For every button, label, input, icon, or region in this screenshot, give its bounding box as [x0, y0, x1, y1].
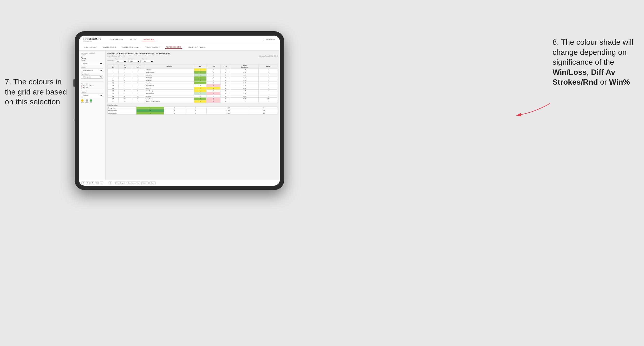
cell-win: 2: [194, 87, 206, 90]
cell-div: 15: [108, 90, 119, 92]
cell-rounds: 3: [258, 71, 278, 74]
cell-loss: 0: [206, 71, 220, 74]
toolbar-back[interactable]: ↩: [100, 181, 103, 184]
cell-opponent: Emily Chang: [145, 98, 194, 100]
conference-select[interactable]: (All): [128, 60, 140, 63]
watch-button[interactable]: Watch ▾: [141, 181, 148, 184]
toolbar-undo[interactable]: ↺: [81, 181, 85, 184]
toolbar-grid[interactable]: ⊞: [95, 181, 99, 184]
ood-name: Foreign Team: [108, 107, 136, 109]
cell-reg: 1: [119, 69, 131, 71]
timestamp-time: 16:55:38: [81, 54, 86, 55]
colour-by-select[interactable]: Win/loss: [81, 94, 103, 97]
region-select[interactable]: (All): [115, 60, 127, 63]
subnav-player-summary[interactable]: PLAYER SUMMARY: [144, 46, 161, 49]
cell-rounds: 11: [258, 98, 278, 100]
cell-conf: 2: [131, 95, 145, 98]
opponent-filter-group: Opponent (All): [142, 58, 154, 63]
toolbar-refresh[interactable]: ⊙: [108, 181, 112, 184]
grid-subtitle: Overall Record: 353 - 34 - 6 Division Re…: [107, 55, 278, 57]
cell-win: 1: [194, 90, 206, 92]
division-select[interactable]: NCAA Division III: [81, 69, 103, 72]
overall-record-value: 353 - 34 - 6: [118, 55, 125, 57]
subnav-team-h2h-grid[interactable]: TEAM H2H GRID: [102, 46, 118, 49]
logo-sub: Powered by clippi: [83, 40, 101, 42]
cell-opponent: Andrea York: [145, 79, 194, 82]
gender-label: Gender: [81, 60, 103, 61]
cell-tie: 0: [220, 82, 231, 84]
cell-div: 20: [108, 100, 119, 103]
table-row: 6 3 3 Sydney Kuo 1 0 0 -1.00 3: [108, 74, 278, 76]
cell-win: 1: [194, 82, 206, 84]
cell-opponent: Eunice Yi: [145, 87, 194, 90]
cell-win: 0: [194, 95, 206, 98]
col-reg: #Reg: [119, 64, 131, 69]
nav-tournaments[interactable]: TOURNAMENTS: [108, 38, 124, 41]
main-content: Last Updated: 27/03/2024 16:55:38 Player…: [79, 50, 280, 180]
cell-reg: 1: [119, 92, 131, 95]
col-win: Win: [194, 64, 206, 69]
opponents-filter-label: Opponents:: [107, 60, 114, 61]
logo-text: SCOREBOARD: [83, 38, 101, 40]
radio-top100-label: Top 100: [83, 87, 88, 88]
player-rank-label: Player (Rank): [81, 73, 103, 75]
cell-conf: 4: [131, 76, 145, 79]
annotation-left: 7. The colours in the grid are based on …: [5, 77, 72, 107]
cell-win: 4: [194, 98, 206, 100]
cell-loss: 0: [206, 90, 220, 92]
cell-reg: 1: [119, 76, 131, 79]
cell-diff: 3.67: [231, 76, 258, 79]
cell-opponent: Sydney Kuo: [145, 74, 194, 76]
toolbar-reset[interactable]: ↺: [90, 181, 94, 184]
cell-tie: 0: [220, 95, 231, 98]
cell-tie: 0: [220, 71, 231, 74]
cell-conf: 1: [131, 69, 145, 71]
annotation-right-sep1: ,: [587, 68, 591, 76]
col-conf: #Conf: [131, 64, 145, 69]
out-of-division-header: Out of division: [107, 104, 278, 106]
cell-diff: 1.25: [231, 90, 258, 92]
cell-loss: 0: [206, 95, 220, 98]
nav-committee[interactable]: COMMITTEE: [142, 38, 155, 41]
cell-div: 18: [108, 95, 119, 98]
sidebar: Last Updated: 27/03/2024 16:55:38 Player…: [79, 50, 106, 180]
radio-opponents-played-circle: [81, 85, 82, 87]
cell-diff: -5.00: [231, 95, 258, 98]
cell-diff: -0.94: [231, 92, 258, 95]
share-button[interactable]: Share: [150, 181, 156, 184]
subnav-player-h2h-heatmap[interactable]: PLAYER H2H HEATMAP: [186, 46, 207, 49]
cell-win: 1: [194, 69, 206, 71]
ood-win: 15: [136, 109, 164, 112]
ood-diff: 4.500: [206, 107, 250, 109]
cell-conf: 4: [131, 87, 145, 90]
save-custom-view-button[interactable]: Save Custom View: [127, 181, 140, 184]
cell-reg: 10: [119, 98, 131, 100]
subnav-player-h2h-grid[interactable]: PLAYER H2H GRID: [165, 46, 182, 49]
filters-row: Opponents: Region (All) Conference (All): [107, 58, 278, 63]
radio-top100[interactable]: Top 100: [81, 87, 103, 88]
player-rank-select[interactable]: 8. Katelyn Vo: [81, 75, 103, 79]
cell-loss: 0: [206, 82, 220, 84]
table-row: 15 8 5 Stella Cheng 1 0 0 1.25 4: [108, 90, 278, 92]
cell-div: 10: [108, 79, 119, 82]
annotation-right-bold3: Win%: [609, 78, 630, 86]
cell-rounds: 3: [258, 74, 278, 76]
cell-rounds: 4: [258, 79, 278, 82]
view-original-button[interactable]: View: Original: [115, 181, 126, 184]
cell-rounds: 4: [258, 90, 278, 92]
ood-win: 5: [136, 112, 164, 115]
sign-out-button[interactable]: Sign out: [265, 38, 276, 41]
toolbar-redo[interactable]: ↻: [86, 181, 90, 184]
opponent-select[interactable]: (All): [142, 60, 154, 63]
cell-tie: 0: [220, 87, 231, 90]
cell-loss: 2: [206, 87, 220, 90]
radio-opponents-played[interactable]: Opponents Played: [81, 85, 103, 87]
gender-select[interactable]: Women's: [81, 62, 103, 65]
nav-teams[interactable]: TEAMS: [129, 38, 137, 41]
col-rounds: Rounds: [258, 64, 278, 69]
col-loss: Loss: [206, 64, 220, 69]
subnav-team-h2h-heatmap[interactable]: TEAM H2H HEATMAP: [121, 46, 140, 49]
cell-reg: 3: [119, 74, 131, 76]
cell-diff: -3.00: [231, 84, 258, 87]
subnav-team-summary[interactable]: TEAM SUMMARY: [83, 46, 98, 49]
